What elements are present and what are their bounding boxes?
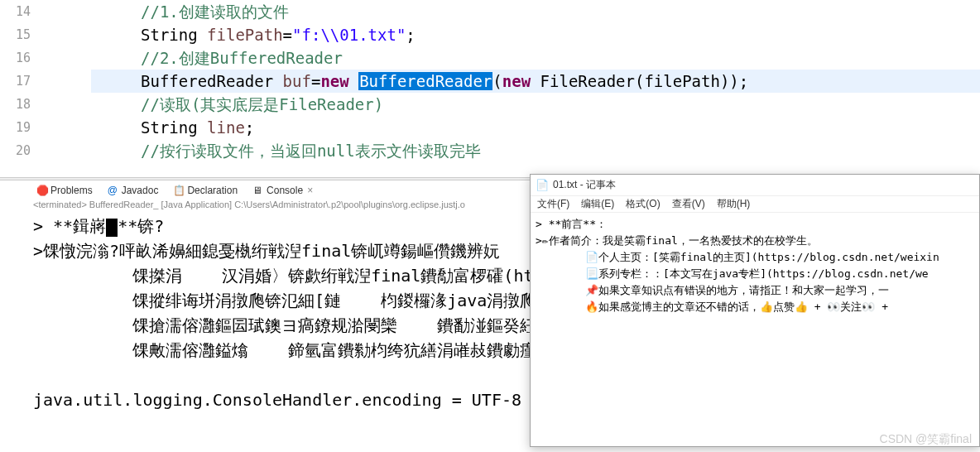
line-gutter: 14 15 16 17 18 19 20 xyxy=(0,0,43,157)
code-editor[interactable]: //1.创建读取的文件 String filePath="f:\\01.txt"… xyxy=(41,0,980,157)
notepad-body[interactable]: > **前言**： >✏作者简介：我是笑霸final，一名热爱技术的在校学生。 … xyxy=(531,213,979,319)
line-number: 19 xyxy=(0,116,42,139)
notepad-line: > **前言**： xyxy=(536,216,974,233)
line-number: 18 xyxy=(0,93,42,116)
selected-text: BufferedReader xyxy=(358,72,492,90)
notepad-line: 📃系列专栏：：[本文写在java专栏](https://blog.csdn.ne… xyxy=(536,266,974,282)
menu-edit[interactable]: 编辑(E) xyxy=(581,197,614,211)
tab-javadoc[interactable]: @Javadoc xyxy=(104,183,162,198)
code-line: String line; xyxy=(91,116,980,139)
terminated-label: <terminated> BufferedReader_ [Java Appli… xyxy=(33,200,465,209)
bottom-tab-bar: 🛑Problems @Javadoc 📋Declaration 🖥Console… xyxy=(33,181,316,200)
notepad-line: >✏作者简介：我是笑霸final，一名热爱技术的在校学生。 xyxy=(536,233,974,249)
notepad-titlebar[interactable]: 📄 01.txt - 记事本 xyxy=(531,175,979,196)
watermark: CSDN @笑霸final xyxy=(880,432,972,447)
menu-file[interactable]: 文件(F) xyxy=(537,197,569,211)
line-number: 14 xyxy=(0,0,42,23)
notepad-line: 📄个人主页：[笑霸final的主页](https://blog.csdn.net… xyxy=(536,249,974,266)
declaration-icon: 📋 xyxy=(173,185,185,196)
line-number: 20 xyxy=(0,139,42,162)
line-number: 15 xyxy=(0,23,42,46)
javadoc-icon: @ xyxy=(108,185,119,196)
code-line: //按行读取文件，当返回null表示文件读取完毕 xyxy=(91,139,980,162)
code-line: String filePath="f:\\01.txt"; xyxy=(91,23,980,46)
notepad-line: 🔥如果感觉博主的文章还不错的话，👍点赞👍 + 👀关注👀 + xyxy=(536,299,974,315)
notepad-line: 📌如果文章知识点有错误的地方，请指正！和大家一起学习，一 xyxy=(536,282,974,299)
code-line: //读取(其实底层是FileReader) xyxy=(91,93,980,116)
close-icon[interactable]: × xyxy=(307,185,313,196)
menu-view[interactable]: 查看(V) xyxy=(672,197,705,211)
problems-icon: 🛑 xyxy=(36,185,48,196)
tab-console[interactable]: 🖥Console× xyxy=(249,183,316,198)
tab-declaration[interactable]: 📋Declaration xyxy=(170,183,241,198)
cursor-block xyxy=(106,219,118,237)
menu-help[interactable]: 帮助(H) xyxy=(717,197,751,211)
code-line: //1.创建读取的文件 xyxy=(91,0,980,23)
console-icon: 🖥 xyxy=(252,185,264,196)
code-line: //2.创建BufferedReader xyxy=(91,46,980,70)
notepad-menubar: 文件(F) 编辑(E) 格式(O) 查看(V) 帮助(H) xyxy=(531,196,979,213)
notepad-window[interactable]: 📄 01.txt - 记事本 文件(F) 编辑(E) 格式(O) 查看(V) 帮… xyxy=(530,174,980,447)
code-line-highlighted: BufferedReader buf=new BufferedReader(ne… xyxy=(91,70,980,93)
notepad-icon: 📄 xyxy=(536,179,549,191)
line-number: 16 xyxy=(0,46,42,70)
menu-format[interactable]: 格式(O) xyxy=(626,197,660,211)
line-number: 17 xyxy=(0,70,42,93)
notepad-title-text: 01.txt - 记事本 xyxy=(553,178,616,192)
tab-problems[interactable]: 🛑Problems xyxy=(33,183,96,198)
